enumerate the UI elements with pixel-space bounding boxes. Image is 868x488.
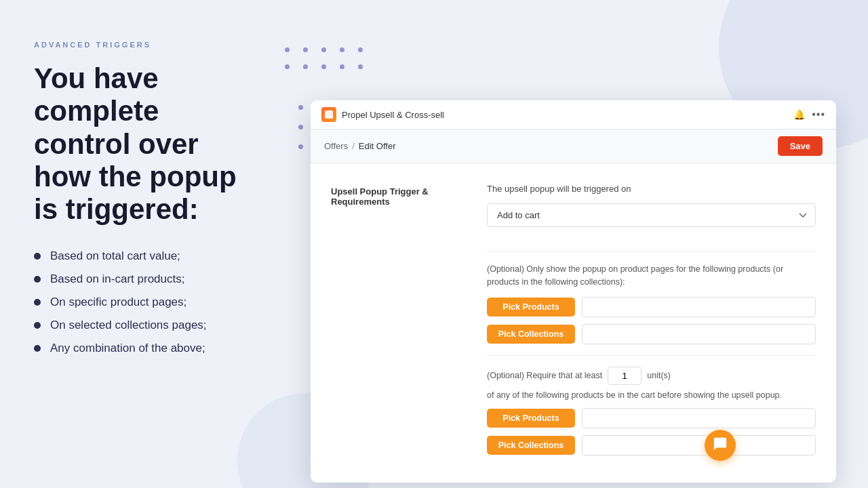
pick-collections-button-2[interactable]: Pick Collections <box>487 436 575 455</box>
section-label: Upsell Popup Trigger & Requirements <box>331 184 467 462</box>
unit-label: unit(s) <box>647 371 671 380</box>
pick-products-input-1[interactable] <box>582 297 816 317</box>
decorative-dot <box>298 144 303 149</box>
section-eyebrow: ADVANCED TRIGGERS <box>34 41 258 49</box>
trigger-section-row: Upsell Popup Trigger & Requirements The … <box>331 184 816 462</box>
app-title-text: Propel Upsell & Cross-sell <box>342 110 444 120</box>
unit-description: of any of the following products be in t… <box>487 390 816 400</box>
breadcrumb-current: Edit Offer <box>359 141 396 151</box>
feature-list: Based on total cart value; Based on in-c… <box>34 249 258 355</box>
app-icon-inner <box>325 110 333 119</box>
content-area: Upsell Popup Trigger & Requirements The … <box>311 163 836 483</box>
decorative-dot <box>303 64 308 69</box>
left-edge-dots <box>298 105 303 149</box>
bell-icon: 🔔 <box>793 109 805 120</box>
pick-products-button-1[interactable]: Pick Products <box>487 298 575 317</box>
list-item: Based on total cart value; <box>34 249 258 263</box>
decorative-dot <box>340 64 344 69</box>
trigger-description: The upsell popup will be triggered on <box>487 184 816 194</box>
decorative-dot <box>285 47 290 52</box>
save-button[interactable]: Save <box>778 136 823 156</box>
chat-icon <box>713 436 728 455</box>
optional-section-1: (Optional) Only show the popup on produc… <box>487 251 816 344</box>
pick-collections-input-2[interactable] <box>582 435 816 455</box>
app-icon <box>321 107 336 122</box>
decorative-dot <box>340 47 344 52</box>
pick-collections-input-1[interactable] <box>582 324 816 344</box>
app-window: Propel Upsell & Cross-sell 🔔 ••• Offers … <box>311 100 836 483</box>
breadcrumb-offers[interactable]: Offers <box>324 141 348 151</box>
decorative-dot <box>298 105 303 110</box>
pick-products-button-2[interactable]: Pick Products <box>487 409 575 428</box>
decorative-dot <box>358 47 363 52</box>
app-title-left: Propel Upsell & Cross-sell <box>321 107 444 122</box>
app-titlebar-right: 🔔 ••• <box>793 108 825 121</box>
dots-decoration <box>285 47 363 81</box>
pick-products-row-1: Pick Products <box>487 297 816 317</box>
unit-value-input[interactable] <box>608 367 642 385</box>
list-item: On selected collections pages; <box>34 319 258 332</box>
optional-text-prefix: (Optional) Require that at least <box>487 371 602 380</box>
breadcrumb-separator: / <box>352 141 355 151</box>
list-item: Any combination of the above; <box>34 342 258 355</box>
chat-button[interactable] <box>705 430 736 461</box>
more-menu-icon[interactable]: ••• <box>812 108 825 121</box>
unit-row: (Optional) Require that at least unit(s) <box>487 367 816 385</box>
pick-collections-button-1[interactable]: Pick Collections <box>487 325 575 344</box>
decorative-dot <box>321 64 326 69</box>
list-item: Based on in-cart products; <box>34 272 258 286</box>
section-content: The upsell popup will be triggered on Ad… <box>487 184 816 462</box>
decorative-dot <box>358 64 363 69</box>
pick-collections-row-2: Pick Collections <box>487 435 816 455</box>
optional-text-1: (Optional) Only show the popup on produc… <box>487 263 816 289</box>
optional-section-2: (Optional) Require that at least unit(s)… <box>487 355 816 455</box>
decorative-dot <box>298 125 303 129</box>
app-titlebar: Propel Upsell & Cross-sell 🔔 ••• <box>311 100 836 129</box>
left-panel: ADVANCED TRIGGERS You have complete cont… <box>0 0 292 488</box>
breadcrumb-bar: Offers / Edit Offer Save <box>311 129 836 163</box>
pick-products-row-2: Pick Products <box>487 408 816 428</box>
pick-collections-row-1: Pick Collections <box>487 324 816 344</box>
headline: You have complete control over how the p… <box>34 62 258 226</box>
decorative-dot <box>303 47 308 52</box>
decorative-dot <box>321 47 326 52</box>
trigger-dropdown[interactable]: Add to cart <box>487 203 816 227</box>
breadcrumb: Offers / Edit Offer <box>324 141 395 151</box>
decorative-dot <box>285 64 290 69</box>
pick-products-input-2[interactable] <box>582 408 816 428</box>
list-item: On specific product pages; <box>34 296 258 309</box>
